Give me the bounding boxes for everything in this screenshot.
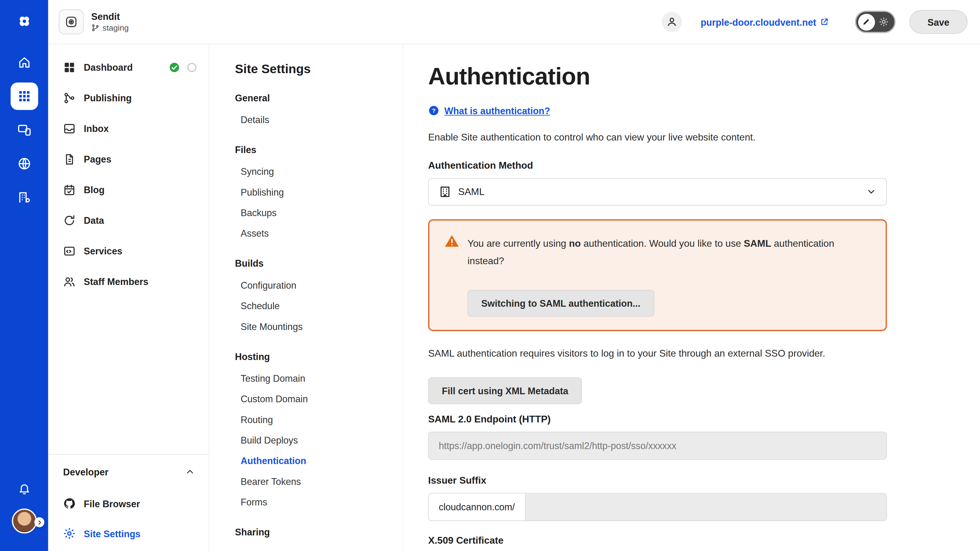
saml-endpoint-label: SAML 2.0 Endpoint (HTTP) <box>428 414 887 425</box>
section-header: General <box>235 92 402 103</box>
globe-icon[interactable] <box>10 150 38 178</box>
sidebar-nav: Dashboard Publishing Inbox <box>48 44 208 297</box>
building-gear-icon[interactable] <box>10 184 38 211</box>
document-icon <box>63 153 76 165</box>
users-icon <box>63 275 76 288</box>
settings-item-custom-domain[interactable]: Custom Domain <box>235 389 402 409</box>
home-icon[interactable] <box>10 49 38 76</box>
pencil-icon <box>858 13 875 30</box>
authentication-method-select[interactable]: SAML <box>428 178 887 206</box>
saml-endpoint-input[interactable] <box>428 432 887 460</box>
person-icon[interactable] <box>662 12 682 32</box>
switch-to-saml-button[interactable]: Switching to SAML authentication... <box>468 290 654 317</box>
page-title: Authentication <box>428 63 887 90</box>
section-header: Builds <box>235 258 402 269</box>
live-site-link[interactable]: purple-door.cloudvent.net <box>701 16 829 27</box>
sidebar-item-blog[interactable]: Blog <box>48 174 208 205</box>
sidebar-item-label: Services <box>84 246 122 256</box>
settings-nav-title: Site Settings <box>235 62 402 76</box>
live-site-domain: purple-door.cloudvent.net <box>701 16 816 27</box>
sidebar-item-label: Dashboard <box>84 62 133 73</box>
section-header: Files <box>235 144 402 155</box>
developer-section: Developer File Browser Site Settings <box>48 454 208 551</box>
warning-triangle-icon <box>444 233 460 249</box>
auth-switch-warning: You are currently using no authenticatio… <box>428 219 887 331</box>
settings-item-site-mountings[interactable]: Site Mountings <box>235 316 402 337</box>
edit-mode-toggle[interactable] <box>855 11 896 33</box>
app-window: Sendit staging purple-door.cloudvent.net <box>0 0 980 551</box>
pending-circle-icon <box>186 62 197 73</box>
settings-item-backups[interactable]: Backups <box>235 202 402 223</box>
settings-item-build-deploys[interactable]: Build Deploys <box>235 430 402 450</box>
settings-item-testing-domain[interactable]: Testing Domain <box>235 368 402 389</box>
gear-icon <box>879 17 889 27</box>
devices-icon[interactable] <box>10 116 38 144</box>
settings-item-assets[interactable]: Assets <box>235 223 402 244</box>
dashboard-icon <box>63 61 76 73</box>
question-circle-icon: ? <box>428 105 439 116</box>
sidebar-item-label: Staff Members <box>84 276 148 287</box>
bell-icon[interactable] <box>13 477 35 500</box>
app-icon-rail <box>0 0 48 551</box>
settings-item-configuration[interactable]: Configuration <box>235 275 402 295</box>
site-sidebar: Dashboard Publishing Inbox <box>48 44 210 551</box>
sidebar-item-publishing[interactable]: Publishing <box>48 83 208 113</box>
what-is-authentication-link[interactable]: What is authentication? <box>444 105 550 116</box>
developer-section-toggle[interactable]: Developer <box>48 462 208 481</box>
sidebar-item-label: Publishing <box>84 92 131 103</box>
sidebar-item-services[interactable]: Services <box>48 235 208 266</box>
settings-section-files: Files Syncing Publishing Backups Assets <box>235 144 402 243</box>
apps-grid-icon[interactable] <box>10 83 38 110</box>
sidebar-item-label: Data <box>84 215 104 225</box>
window-code-icon <box>63 245 76 257</box>
settings-item-details[interactable]: Details <box>235 109 402 130</box>
expand-sidebar-button[interactable] <box>34 517 45 527</box>
settings-item-syncing[interactable]: Syncing <box>235 161 402 182</box>
build-status <box>169 62 197 73</box>
save-button[interactable]: Save <box>909 10 967 34</box>
site-identity[interactable]: Sendit staging <box>59 10 129 35</box>
gear-icon <box>63 527 76 540</box>
sidebar-item-dashboard[interactable]: Dashboard <box>48 52 208 83</box>
issuer-suffix-label: Issuer Suffix <box>428 475 887 486</box>
certificate-label: X.509 Certificate <box>428 535 887 546</box>
sidebar-item-file-browser[interactable]: File Browser <box>48 489 208 519</box>
issuer-suffix-prefix: cloudcannon.com/ <box>429 494 525 520</box>
sidebar-item-inbox[interactable]: Inbox <box>48 113 208 144</box>
settings-item-forms[interactable]: Forms <box>235 492 402 512</box>
issuer-suffix-input[interactable] <box>525 494 886 520</box>
authentication-method-value: SAML <box>458 186 485 197</box>
topbar-controls: purple-door.cloudvent.net Save <box>662 10 967 34</box>
settings-section-hosting: Hosting Testing Domain Custom Domain Rou… <box>235 351 402 513</box>
building-icon <box>439 186 452 198</box>
chevron-right-icon <box>37 519 42 525</box>
saml-note: SAML authentication requires visitors to… <box>428 348 887 359</box>
settings-section-sharing: Sharing <box>235 527 402 537</box>
settings-item-schedule[interactable]: Schedule <box>235 295 402 316</box>
sidebar-item-data[interactable]: Data <box>48 205 208 235</box>
fill-cert-button[interactable]: Fill cert using XML Metadata <box>428 377 582 404</box>
cloudcannon-logo-icon[interactable] <box>10 7 38 35</box>
developer-label: Developer <box>63 466 108 477</box>
issuer-suffix-group: cloudcannon.com/ <box>428 493 887 521</box>
sidebar-item-label: Blog <box>84 184 105 195</box>
settings-item-authentication[interactable]: Authentication <box>235 450 402 471</box>
user-avatar[interactable] <box>12 508 37 534</box>
sidebar-item-label: Site Settings <box>84 528 140 539</box>
rail-nav <box>10 49 38 211</box>
help-row: ? What is authentication? <box>428 105 887 116</box>
sidebar-item-site-settings[interactable]: Site Settings <box>48 519 208 549</box>
rail-bottom <box>12 477 37 534</box>
settings-item-publishing[interactable]: Publishing <box>235 182 402 202</box>
chevron-down-icon <box>866 187 877 197</box>
branch-row: staging <box>91 23 129 32</box>
sidebar-item-staff-members[interactable]: Staff Members <box>48 266 208 297</box>
branch-name: staging <box>103 23 129 32</box>
sidebar-item-label: File Browser <box>84 499 140 509</box>
chevron-up-icon <box>185 467 195 476</box>
settings-item-routing[interactable]: Routing <box>235 409 402 430</box>
sidebar-item-pages[interactable]: Pages <box>48 144 208 174</box>
external-link-icon <box>820 17 829 26</box>
settings-item-bearer-tokens[interactable]: Bearer Tokens <box>235 471 402 492</box>
calendar-icon <box>63 183 76 196</box>
